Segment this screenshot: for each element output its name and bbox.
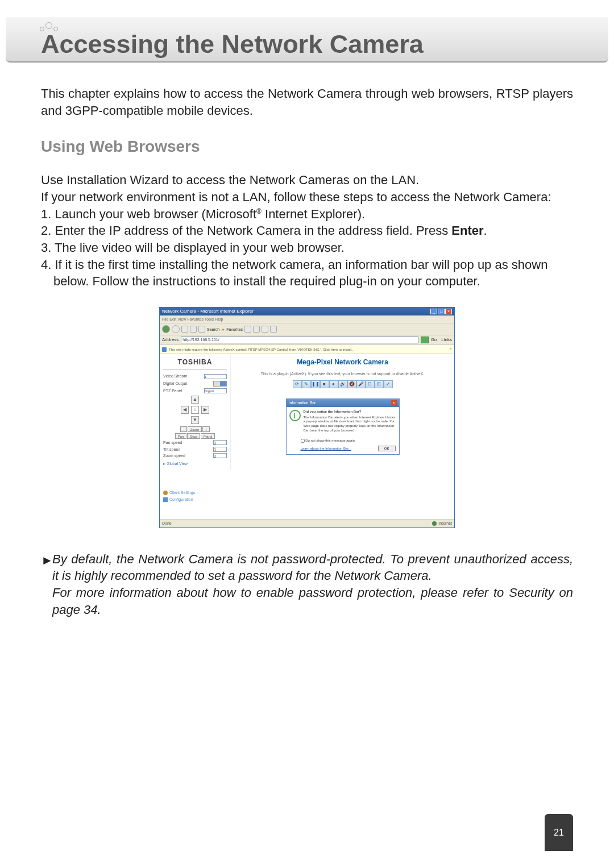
activex-infobar[interactable]: This site might require the following Ac… <box>160 345 454 354</box>
window-title: Network Camera - Microsoft Internet Expl… <box>162 309 254 315</box>
globe-icon <box>432 521 437 526</box>
media-toolbar: ⟳ ✎ ❚❚ ■ ● 🔊 🔇 🎤 ⊡ ⊞ ⤢ <box>231 380 454 388</box>
media-btn-11[interactable]: ⤢ <box>384 380 393 388</box>
digital-output-row: Digital Output <box>163 381 227 387</box>
step-4b: below. Follow the instructions to instal… <box>41 273 573 290</box>
step-4a: 4. If it is the first time installing th… <box>41 256 573 273</box>
intro-paragraph: This chapter explains how to access the … <box>41 85 573 119</box>
zoom-in-button[interactable]: + <box>202 426 210 432</box>
mail-icon[interactable] <box>253 326 260 333</box>
window-buttons: _ □ × <box>430 309 452 314</box>
step-2: 2. Enter the IP address of the Network C… <box>41 222 573 239</box>
info-icon <box>289 410 301 421</box>
note-block: ► By default, the Network Camera is not … <box>41 551 573 618</box>
ie-window: Network Camera - Microsoft Internet Expl… <box>159 307 455 528</box>
learn-more-link[interactable]: Learn about the Information Bar... <box>301 446 351 451</box>
media-btn-4[interactable]: ■ <box>320 380 329 388</box>
print-icon[interactable] <box>262 326 268 333</box>
digital-output-toggle[interactable] <box>213 381 227 387</box>
note-line-2: For more information about how to enable… <box>52 585 573 617</box>
step-3: 3. The live video will be displayed in y… <box>41 239 573 256</box>
media-btn-10[interactable]: ⊞ <box>375 380 384 388</box>
minimize-icon[interactable]: _ <box>430 309 437 314</box>
media-btn-9[interactable]: ⊡ <box>366 380 375 388</box>
ptz-left-button[interactable]: ◀ <box>181 406 189 414</box>
wrench-icon <box>163 497 168 502</box>
configuration-link[interactable]: Configuration <box>163 497 195 502</box>
ok-button[interactable]: OK <box>378 446 396 451</box>
zoom-speed-row: Zoom speed 0 <box>163 453 227 458</box>
media-btn-8[interactable]: 🎤 <box>356 380 366 388</box>
home-icon[interactable] <box>198 326 205 333</box>
ie-statusbar: Done Internet <box>160 519 454 527</box>
camera-sidebar: TOSHIBA Video Stream 1 Digital Output PT… <box>160 354 231 470</box>
ptz-up-button[interactable]: ▲ <box>191 396 199 404</box>
step-1: 1. Launch your web browser (Microsoft® I… <box>41 206 573 223</box>
media-btn-1[interactable]: ⟳ <box>293 380 302 388</box>
control-row: Pan Stop Patrol <box>163 433 227 439</box>
close-icon[interactable]: × <box>445 309 452 314</box>
information-bar-dialog: Information Bar × Did you notice the Inf… <box>286 398 400 455</box>
media-btn-3[interactable]: ❚❚ <box>311 380 320 388</box>
video-stream-row: Video Stream 1 <box>163 373 227 379</box>
pan-button[interactable]: Pan <box>175 433 187 439</box>
stop-icon[interactable] <box>181 326 188 333</box>
page-header: Accessing the Network Camera <box>6 17 608 63</box>
note-arrow-icon: ► <box>41 552 53 569</box>
sidebar-bottom-links: Client Settings Configuration <box>163 489 195 503</box>
patrol-button[interactable]: Patrol <box>201 433 215 439</box>
address-label: Address <box>162 337 179 343</box>
address-input[interactable]: http://192.168.5.151/ <box>181 337 418 343</box>
dialog-footer: Learn about the Information Bar... OK <box>287 444 399 454</box>
dialog-checkbox-row: Do not show this message again. <box>301 438 399 443</box>
edit-icon[interactable] <box>270 326 277 333</box>
dialog-titlebar: Information Bar × <box>287 399 399 407</box>
favorites-label[interactable]: Favorites <box>226 327 243 332</box>
media-btn-2[interactable]: ✎ <box>302 380 311 388</box>
status-zone: Internet <box>432 521 452 526</box>
ie-address-bar: Address http://192.168.5.151/ Go Links <box>160 335 454 345</box>
page-number: 21 <box>554 828 564 838</box>
activex-message: This is a plug-in (ActiveX). If you see … <box>231 370 454 377</box>
brand-logo: TOSHIBA <box>163 358 227 370</box>
refresh-icon[interactable] <box>190 326 197 333</box>
client-settings-link[interactable]: Client Settings <box>163 490 195 495</box>
dont-show-checkbox[interactable] <box>301 439 305 443</box>
media-btn-7[interactable]: 🔇 <box>347 380 356 388</box>
go-button[interactable] <box>421 337 429 343</box>
infobar-close-icon[interactable]: × <box>449 346 452 352</box>
body-line-2: If your network environment is not a LAN… <box>41 189 573 206</box>
ptz-down-button[interactable]: ▼ <box>191 416 199 424</box>
back-icon[interactable] <box>162 325 170 333</box>
zoom-label: Zoom <box>188 426 202 432</box>
ptz-select[interactable]: Digital <box>204 388 227 393</box>
dialog-close-icon[interactable]: × <box>391 400 397 406</box>
page-number-tab: 21 <box>545 814 573 851</box>
maximize-icon[interactable]: □ <box>438 309 445 314</box>
tilt-speed-select[interactable]: 0 <box>213 447 227 452</box>
forward-icon[interactable] <box>172 325 180 333</box>
pan-speed-select[interactable]: 0 <box>213 440 227 445</box>
dialog-text: Did you notice the Information Bar? The … <box>304 410 396 433</box>
dialog-body: Did you notice the Information Bar? The … <box>287 407 399 436</box>
section-heading: Using Web Browsers <box>41 136 573 157</box>
camera-page: TOSHIBA Video Stream 1 Digital Output PT… <box>160 354 454 519</box>
history-icon[interactable] <box>244 326 251 333</box>
go-label: Go <box>431 337 437 343</box>
links-label[interactable]: Links <box>441 337 452 343</box>
infobar-text: This site might require the following Ac… <box>169 347 354 352</box>
ie-menubar[interactable]: File Edit View Favorites Tools Help <box>160 315 454 323</box>
ie-titlebar: Network Camera - Microsoft Internet Expl… <box>160 308 454 315</box>
pan-speed-row: Pan speed 0 <box>163 440 227 445</box>
ptz-home-button[interactable]: ⌂ <box>191 406 199 414</box>
media-btn-6[interactable]: 🔊 <box>338 380 347 388</box>
global-view-link[interactable]: ▸ Global View <box>163 461 227 466</box>
stop-button[interactable]: Stop <box>187 433 200 439</box>
media-btn-5[interactable]: ● <box>329 380 338 388</box>
search-label[interactable]: Search <box>207 327 219 332</box>
zoom-speed-select[interactable]: 0 <box>213 453 227 458</box>
ptz-right-button[interactable]: ▶ <box>201 406 209 414</box>
camera-page-title: Mega-Pixel Network Camera <box>231 354 454 370</box>
video-stream-select[interactable]: 1 <box>204 374 227 379</box>
zoom-out-button[interactable]: - <box>180 426 187 432</box>
